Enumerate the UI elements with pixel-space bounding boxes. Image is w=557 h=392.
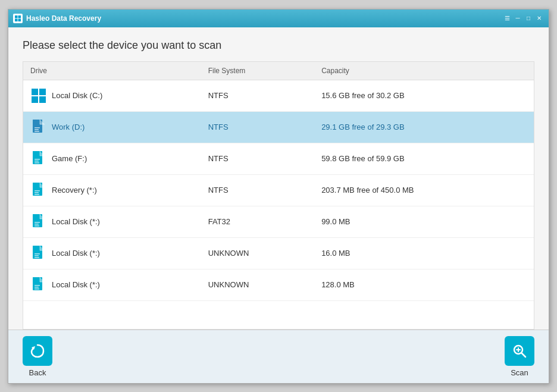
svg-rect-0 [15,15,18,18]
svg-rect-6 [32,96,38,103]
device-table-container: Drive File System Capacity Local Disk (C… [23,61,534,330]
filesystem-cell: NTFS [201,111,314,143]
capacity-cell: 29.1 GB free of 29.3 GB [314,111,534,143]
title-bar: Hasleo Data Recovery ☰ ─ □ ✕ [8,10,549,27]
back-button[interactable]: Back [23,336,52,377]
scan-icon [505,336,534,366]
svg-line-40 [521,353,525,357]
back-icon [23,336,52,366]
svg-rect-20 [35,190,40,192]
svg-rect-4 [32,89,38,95]
col-drive: Drive [23,62,201,80]
window-title: Hasleo Data Recovery [26,14,502,23]
svg-rect-36 [35,287,39,288]
maximize-button[interactable]: □ [524,14,533,23]
filesystem-cell: UNKNOWN [201,269,314,300]
table-row[interactable]: Local Disk (*:) UNKNOWN128.0 MB [23,269,534,300]
scan-button[interactable]: Scan [505,336,534,377]
drive-name: Local Disk (*:) [52,280,100,289]
filesystem-cell: NTFS [201,143,314,174]
table-row[interactable]: Local Disk (*:) UNKNOWN16.0 MB [23,237,534,269]
table-row[interactable]: Work (D:) NTFS29.1 GB free of 29.3 GB [23,111,534,143]
content-area: Please select the device you want to sca… [8,27,549,330]
app-icon [13,14,23,23]
svg-rect-11 [35,129,39,130]
drive-cell: Local Disk (*:) [23,206,201,237]
minimize-button[interactable]: ─ [513,14,522,23]
drive-icon [30,181,47,200]
menu-button[interactable]: ☰ [502,14,512,23]
svg-rect-25 [35,222,40,223]
svg-rect-32 [35,257,39,258]
scan-label: Scan [511,368,528,377]
capacity-cell: 59.8 GB free of 59.9 GB [314,143,534,174]
drive-cell: Work (D:) [23,111,201,143]
drive-cell: Local Disk (*:) [23,237,201,269]
capacity-cell: 16.0 MB [314,237,534,269]
drive-cell: Game (F:) [23,143,201,174]
svg-rect-10 [35,127,40,128]
drive-icon [30,149,47,168]
device-table: Drive File System Capacity Local Disk (C… [23,62,534,301]
filesystem-cell: FAT32 [201,206,314,237]
svg-rect-27 [35,225,39,227]
drive-cell: Recovery (*:) [23,174,201,206]
table-row[interactable]: Local Disk (C:) NTFS15.6 GB free of 30.2… [23,80,534,111]
capacity-cell: 128.0 MB [314,269,534,300]
svg-rect-30 [35,253,40,255]
filesystem-cell: NTFS [201,80,314,111]
col-filesystem: File System [201,62,314,80]
close-button[interactable]: ✕ [534,14,544,23]
capacity-cell: 15.6 GB free of 30.2 GB [314,80,534,111]
svg-rect-16 [35,161,39,162]
table-row[interactable]: Game (F:) NTFS59.8 GB free of 59.9 GB [23,143,534,174]
table-row[interactable]: Local Disk (*:) FAT3299.0 MB [23,206,534,237]
drive-icon [30,118,47,137]
svg-rect-35 [35,285,40,286]
drive-icon [30,86,47,105]
drive-name: Local Disk (C:) [52,91,102,100]
svg-rect-12 [35,131,39,132]
svg-rect-37 [35,288,39,290]
footer: Back Scan [8,330,549,383]
drive-name: Local Disk (*:) [52,217,100,226]
table-header: Drive File System Capacity [23,62,534,80]
app-window: Hasleo Data Recovery ☰ ─ □ ✕ Please sele… [8,9,549,384]
svg-rect-26 [35,224,39,225]
svg-rect-3 [18,18,21,21]
table-row[interactable]: Recovery (*:) NTFS203.7 MB free of 450.0… [23,174,534,206]
drive-name: Game (F:) [52,154,87,163]
svg-rect-2 [15,18,18,21]
svg-rect-15 [35,159,40,160]
window-controls: ☰ ─ □ ✕ [502,14,544,23]
filesystem-cell: UNKNOWN [201,237,314,269]
drive-icon [30,244,47,263]
svg-rect-5 [39,89,46,95]
page-title: Please select the device you want to sca… [23,39,534,52]
capacity-cell: 203.7 MB free of 450.0 MB [314,174,534,206]
drive-name: Local Disk (*:) [52,249,100,258]
col-capacity: Capacity [314,62,534,80]
drive-name: Work (D:) [52,123,85,131]
svg-rect-7 [39,96,46,103]
svg-rect-31 [35,255,39,256]
table-body: Local Disk (C:) NTFS15.6 GB free of 30.2… [23,80,534,300]
drive-cell: Local Disk (C:) [23,80,201,111]
svg-rect-1 [18,15,21,18]
drive-name: Recovery (*:) [52,186,97,195]
svg-rect-17 [35,162,39,164]
drive-cell: Local Disk (*:) [23,269,201,300]
drive-icon [30,275,47,294]
svg-rect-22 [35,194,39,195]
capacity-cell: 99.0 MB [314,206,534,237]
drive-icon [30,212,47,231]
back-label: Back [29,368,46,377]
filesystem-cell: NTFS [201,174,314,206]
svg-rect-21 [35,192,39,193]
